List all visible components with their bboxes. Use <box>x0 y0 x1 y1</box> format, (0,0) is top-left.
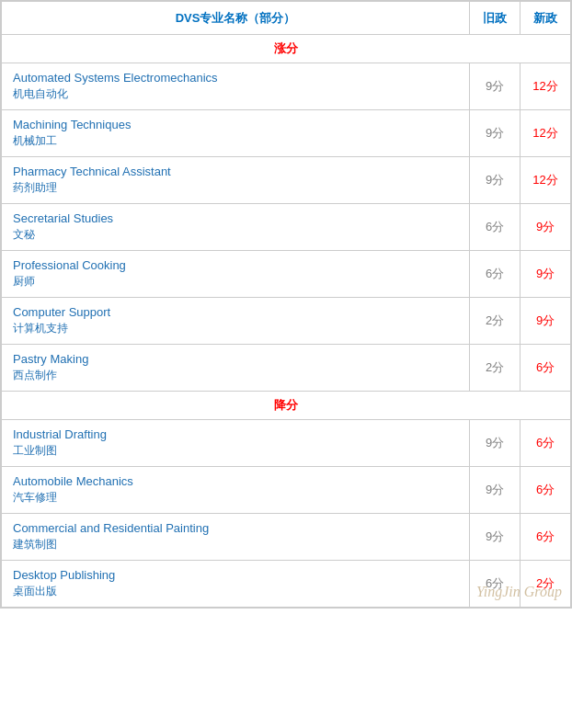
name-cell: Desktop Publishing桌面出版 <box>2 561 470 608</box>
table-row: Machining Techniques机械加工9分12分 <box>2 110 571 157</box>
table-row: Pastry Making西点制作2分6分 <box>2 345 571 392</box>
score-new: 12分 <box>521 157 571 204</box>
en-name: Automated Systems Electromechanics <box>13 71 458 85</box>
cn-name: 工业制图 <box>13 443 458 459</box>
cn-name: 计算机支持 <box>13 321 458 336</box>
score-new: 6分 <box>521 514 571 561</box>
col-new-header: 新政 <box>521 2 571 35</box>
table-row: Computer Support计算机支持2分9分 <box>2 298 571 345</box>
table-row: Automobile Mechanics汽车修理9分6分 <box>2 467 571 514</box>
table-row: Commercial and Residential Painting建筑制图9… <box>2 514 571 561</box>
cn-name: 机电自动化 <box>13 86 458 102</box>
name-cell: Pastry Making西点制作 <box>2 345 470 392</box>
score-new: 9分 <box>521 298 571 345</box>
score-new: 6分 <box>521 467 571 514</box>
section-header-1: 降分 <box>2 392 571 420</box>
cn-name: 机械加工 <box>13 133 458 149</box>
cn-name: 厨师 <box>13 274 458 290</box>
score-old: 6分 <box>470 204 521 251</box>
cn-name: 西点制作 <box>13 368 458 383</box>
score-old: 2分 <box>470 345 521 392</box>
table-row: Pharmacy Technical Assistant药剂助理9分12分 <box>2 157 571 204</box>
name-cell: Machining Techniques机械加工 <box>2 110 470 157</box>
col-old-header: 旧政 <box>470 2 521 35</box>
score-old: 2分 <box>470 298 521 345</box>
col-name-header: DVS专业名称（部分） <box>2 2 470 35</box>
score-new: 12分 <box>521 63 571 110</box>
name-cell: Automobile Mechanics汽车修理 <box>2 467 470 514</box>
cn-name: 药剂助理 <box>13 180 458 196</box>
cn-name: 桌面出版 <box>13 584 458 599</box>
en-name: Commercial and Residential Painting <box>13 521 458 535</box>
name-cell: Automated Systems Electromechanics机电自动化 <box>2 63 470 110</box>
score-new: 6分 <box>521 345 571 392</box>
score-new: 9分 <box>521 251 571 298</box>
en-name: Secretarial Studies <box>13 211 458 225</box>
table-row: Professional Cooking厨师6分9分 <box>2 251 571 298</box>
score-old: 9分 <box>470 420 521 467</box>
main-table: DVS专业名称（部分） 旧政 新政 涨分Automated Systems El… <box>1 1 571 608</box>
cn-name: 建筑制图 <box>13 537 458 552</box>
name-cell: Industrial Drafting工业制图 <box>2 420 470 467</box>
score-old: 9分 <box>470 467 521 514</box>
name-cell: Computer Support计算机支持 <box>2 298 470 345</box>
en-name: Industrial Drafting <box>13 427 458 441</box>
cn-name: 汽车修理 <box>13 490 458 506</box>
score-old: 9分 <box>470 514 521 561</box>
name-cell: Secretarial Studies文秘 <box>2 204 470 251</box>
score-new: 6分 <box>521 420 571 467</box>
en-name: Automobile Mechanics <box>13 474 458 488</box>
en-name: Machining Techniques <box>13 118 458 131</box>
en-name: Desktop Publishing <box>13 568 458 582</box>
score-old: 9分 <box>470 110 521 157</box>
score-new: 9分 <box>521 204 571 251</box>
en-name: Computer Support <box>13 305 458 319</box>
name-cell: Pharmacy Technical Assistant药剂助理 <box>2 157 470 204</box>
section-label-0: 涨分 <box>2 35 571 63</box>
name-cell: Commercial and Residential Painting建筑制图 <box>2 514 470 561</box>
table-row: Automated Systems Electromechanics机电自动化9… <box>2 63 571 110</box>
table-row: Industrial Drafting工业制图9分6分 <box>2 420 571 467</box>
table-row: Secretarial Studies文秘6分9分 <box>2 204 571 251</box>
score-old: 6分 <box>470 251 521 298</box>
cn-name: 文秘 <box>13 227 458 243</box>
en-name: Professional Cooking <box>13 258 458 272</box>
en-name: Pastry Making <box>13 352 458 366</box>
name-cell: Professional Cooking厨师 <box>2 251 470 298</box>
score-old: 6分 <box>470 561 521 608</box>
en-name: Pharmacy Technical Assistant <box>13 165 458 178</box>
score-new: 2分 <box>521 561 571 608</box>
section-label-1: 降分 <box>2 392 571 420</box>
section-header-0: 涨分 <box>2 35 571 63</box>
table-row: Desktop Publishing桌面出版6分2分 <box>2 561 571 608</box>
score-new: 12分 <box>521 110 571 157</box>
score-old: 9分 <box>470 157 521 204</box>
score-old: 9分 <box>470 63 521 110</box>
